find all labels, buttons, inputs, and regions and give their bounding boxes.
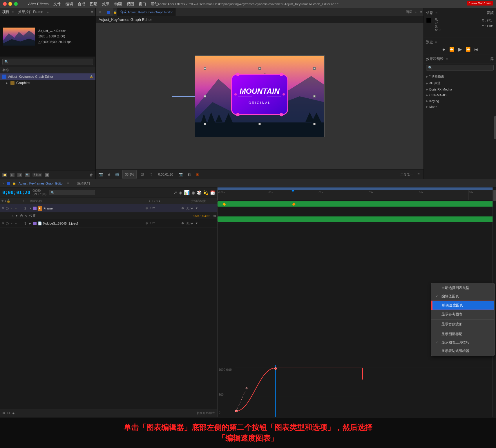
comp-menu-btn[interactable]: ≡	[416, 172, 421, 177]
region-icon[interactable]: ⬚	[148, 172, 153, 177]
maximize-button[interactable]	[14, 2, 18, 6]
handle-bottom-right[interactable]	[313, 123, 316, 125]
pos-stopwatch-icon[interactable]: ⏱	[20, 214, 23, 218]
comp-tab-main[interactable]: 合成 Adjust_Keyframes-Graph Editor	[117, 8, 176, 16]
layer-3-parent-select[interactable]: 无	[185, 221, 194, 225]
layer-2-parent-select[interactable]: 无	[185, 206, 194, 210]
layer-2-expand[interactable]: ▼	[29, 207, 32, 210]
layer-3-expand[interactable]: ▶	[29, 222, 32, 225]
effects-item-keying[interactable]: ▶ Keying	[424, 98, 496, 104]
timeline-bottom-icon-2[interactable]: ⊡	[7, 411, 10, 415]
close-button[interactable]	[3, 2, 7, 6]
monitor-icon[interactable]: 🖥	[106, 172, 111, 177]
context-expression[interactable]: 显示表达式编辑器	[431, 347, 494, 355]
menu-effects[interactable]: 效果	[102, 1, 110, 7]
timeline-tab-render[interactable]: 渲染队列	[77, 181, 90, 185]
effects-item-boris[interactable]: ▶ Boris FX Mocha	[424, 86, 496, 92]
step-back-button[interactable]: ⏪	[449, 46, 455, 52]
layer-2-switch-solo[interactable]: 单	[145, 206, 148, 210]
pos-prop-value[interactable]: 959.5,539.5	[193, 214, 210, 218]
pos-curve-icon[interactable]: ∿	[25, 214, 28, 218]
project-search-input[interactable]	[2, 59, 93, 65]
menu-app-name[interactable]: After Effects	[28, 2, 49, 6]
new-comp-icon[interactable]: ⊞	[10, 173, 15, 177]
timeline-close[interactable]: ✕	[2, 182, 5, 185]
comp-tab-close[interactable]: ✕	[96, 8, 104, 16]
handle-mid-left[interactable]	[204, 95, 206, 97]
layer-3-parent-arrow[interactable]: ▼	[195, 222, 198, 225]
camera-snap-icon[interactable]: 📷	[178, 172, 184, 177]
layer-2-solo[interactable]: ◯	[6, 207, 9, 210]
play-button[interactable]: ▶	[457, 46, 463, 52]
snapshot-icon[interactable]: 📷	[98, 172, 103, 177]
alpha-icon[interactable]: ◐	[187, 172, 192, 177]
tabs-overflow[interactable]: »	[414, 10, 419, 14]
handle-bottom-center[interactable]	[258, 123, 261, 125]
handle-bottom-left[interactable]	[204, 123, 206, 125]
context-graph-tips[interactable]: ✓ 显示图表工具技巧	[431, 338, 494, 347]
menu-animation[interactable]: 动画	[114, 1, 122, 7]
grid-icon[interactable]: ⊟	[17, 173, 22, 177]
skip-forward-button[interactable]: ⏭	[473, 46, 479, 52]
zoom-select[interactable]: 33.3%	[122, 170, 137, 179]
frame-mix-icon[interactable]: 📅	[210, 190, 215, 195]
timeline-bottom-icon-1[interactable]: ⊕	[2, 411, 5, 415]
3d-icon[interactable]: 🎲	[197, 190, 202, 195]
handle-mid-right[interactable]	[313, 95, 316, 97]
trim-icon[interactable]: ◈	[179, 190, 182, 195]
menu-window[interactable]: 窗口	[139, 1, 146, 7]
timeline-tab-comp[interactable]: Adjust_Keyframes-Graph Editor	[19, 182, 64, 185]
context-edit-value[interactable]: ✓ 编辑值图表	[431, 292, 494, 301]
layer-row-3[interactable]: 👁 ◯ ■ ■ 3 ▶ 📄 [AdobeS...59045_1.jpeg] 单 …	[0, 219, 217, 227]
search-bottom-icon[interactable]: 🔍	[25, 173, 30, 177]
project-item-folder[interactable]: ▶ Graphics	[0, 80, 95, 86]
layer-3-switch-fx[interactable]: fx	[153, 222, 155, 225]
effects-item-3d[interactable]: ▶ 3D 声道	[424, 80, 496, 86]
right-scrollbar[interactable]	[494, 116, 496, 139]
skip-back-button[interactable]: ⏮	[441, 46, 447, 52]
trash-icon[interactable]: 🗑	[90, 173, 93, 177]
handle-top-center[interactable]	[258, 67, 261, 70]
traffic-lights[interactable]	[3, 2, 18, 6]
menu-compose[interactable]: 合成	[78, 1, 85, 7]
layer-3-eye[interactable]: 👁	[1, 222, 5, 225]
project-menu-icon[interactable]: ≡	[91, 10, 93, 14]
layer-3-solo[interactable]: ◯	[6, 222, 9, 225]
effects-search-input[interactable]	[426, 65, 494, 71]
layer-2-switch-fx[interactable]: fx	[153, 207, 155, 210]
pos-expand[interactable]: ▼	[15, 214, 18, 217]
layer-row-2[interactable]: 👁 ◯ ■ ■ 2 ▼ Ai Frame 单 / fx	[0, 204, 217, 212]
scrollbar-thumb[interactable]	[493, 190, 496, 201]
kf-diamond-prev[interactable]: ◇	[12, 214, 14, 217]
graph-type-icon[interactable]: 📊	[184, 190, 190, 195]
step-forward-button[interactable]: ⏩	[465, 46, 471, 52]
handle-top-left[interactable]	[204, 67, 206, 70]
context-auto-select[interactable]: 自动选择图表类型	[431, 284, 494, 292]
track-layer-3[interactable]	[218, 215, 496, 223]
color-icon[interactable]: ◉	[195, 172, 200, 177]
effects-control-tab[interactable]: 效果控件 Frame	[18, 10, 43, 15]
ripple-icon[interactable]: ⤢	[174, 190, 177, 195]
layer-2-eye[interactable]: 👁	[1, 207, 5, 210]
layers-tab[interactable]: 图层	[406, 10, 414, 14]
project-tab[interactable]: 项目	[2, 10, 9, 15]
context-show-ref[interactable]: 显示参考图表	[431, 310, 494, 319]
effects-item-animation-presets[interactable]: ▶ * 动画预设	[424, 73, 496, 80]
menu-help[interactable]: 帮助	[151, 1, 158, 7]
handle-top-right[interactable]	[313, 67, 316, 70]
comp-menu-icon[interactable]: ≡	[419, 10, 423, 15]
color-depth-icon[interactable]: ■	[45, 173, 49, 177]
quality-select[interactable]: 二分之一	[400, 172, 413, 176]
project-item-comp[interactable]: Adjust_Keyframes-Graph Editor 🔒	[0, 73, 95, 80]
layer-2-parent-arrow[interactable]: ▼	[195, 207, 198, 210]
context-layer-markers[interactable]: 显示图层标记	[431, 330, 494, 338]
context-edit-speed[interactable]: 编辑速度图表	[431, 301, 494, 310]
new-folder-icon[interactable]: 📁	[2, 173, 7, 177]
effects-item-matte[interactable]: ▶ Matte	[424, 104, 496, 110]
context-show-audio[interactable]: 显示音频波形	[431, 320, 494, 328]
menu-edit[interactable]: 编辑	[66, 1, 73, 7]
track-layer-2[interactable]	[218, 200, 496, 208]
effects-item-cinema4d[interactable]: ▶ CINEMA 4D	[424, 92, 496, 98]
menu-layer[interactable]: 图层	[90, 1, 97, 7]
minimize-button[interactable]	[8, 2, 12, 6]
